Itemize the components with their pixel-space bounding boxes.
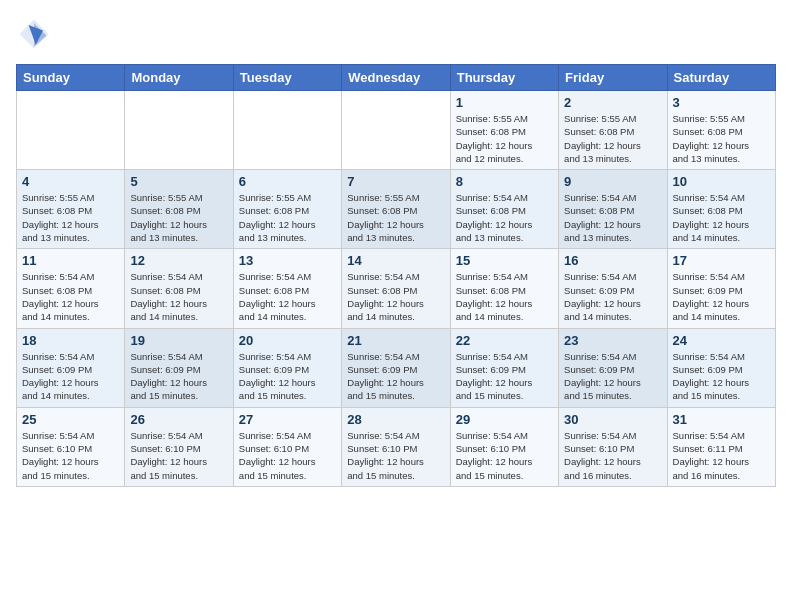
calendar-cell: 18Sunrise: 5:54 AM Sunset: 6:09 PM Dayli… [17,328,125,407]
day-info: Sunrise: 5:54 AM Sunset: 6:08 PM Dayligh… [456,191,553,244]
day-number: 19 [130,333,227,348]
day-info: Sunrise: 5:54 AM Sunset: 6:09 PM Dayligh… [347,350,444,403]
weekday-tuesday: Tuesday [233,65,341,91]
day-number: 10 [673,174,770,189]
calendar-week-2: 4Sunrise: 5:55 AM Sunset: 6:08 PM Daylig… [17,170,776,249]
calendar-cell: 1Sunrise: 5:55 AM Sunset: 6:08 PM Daylig… [450,91,558,170]
calendar-cell: 2Sunrise: 5:55 AM Sunset: 6:08 PM Daylig… [559,91,667,170]
day-number: 3 [673,95,770,110]
day-number: 26 [130,412,227,427]
day-info: Sunrise: 5:54 AM Sunset: 6:09 PM Dayligh… [564,270,661,323]
day-info: Sunrise: 5:54 AM Sunset: 6:10 PM Dayligh… [564,429,661,482]
calendar-cell: 6Sunrise: 5:55 AM Sunset: 6:08 PM Daylig… [233,170,341,249]
calendar-cell: 16Sunrise: 5:54 AM Sunset: 6:09 PM Dayli… [559,249,667,328]
weekday-wednesday: Wednesday [342,65,450,91]
day-info: Sunrise: 5:55 AM Sunset: 6:08 PM Dayligh… [456,112,553,165]
day-number: 14 [347,253,444,268]
day-number: 4 [22,174,119,189]
calendar-cell [17,91,125,170]
day-info: Sunrise: 5:54 AM Sunset: 6:09 PM Dayligh… [673,270,770,323]
day-number: 18 [22,333,119,348]
day-info: Sunrise: 5:54 AM Sunset: 6:10 PM Dayligh… [239,429,336,482]
day-info: Sunrise: 5:54 AM Sunset: 6:10 PM Dayligh… [456,429,553,482]
day-number: 16 [564,253,661,268]
calendar-cell: 14Sunrise: 5:54 AM Sunset: 6:08 PM Dayli… [342,249,450,328]
day-info: Sunrise: 5:54 AM Sunset: 6:10 PM Dayligh… [22,429,119,482]
day-number: 12 [130,253,227,268]
day-info: Sunrise: 5:55 AM Sunset: 6:08 PM Dayligh… [673,112,770,165]
day-number: 22 [456,333,553,348]
calendar-cell: 31Sunrise: 5:54 AM Sunset: 6:11 PM Dayli… [667,407,775,486]
calendar-cell [342,91,450,170]
weekday-thursday: Thursday [450,65,558,91]
day-number: 30 [564,412,661,427]
logo-icon [16,16,52,52]
day-number: 24 [673,333,770,348]
day-info: Sunrise: 5:55 AM Sunset: 6:08 PM Dayligh… [347,191,444,244]
day-number: 31 [673,412,770,427]
day-number: 2 [564,95,661,110]
day-number: 7 [347,174,444,189]
calendar-cell: 10Sunrise: 5:54 AM Sunset: 6:08 PM Dayli… [667,170,775,249]
calendar-cell: 22Sunrise: 5:54 AM Sunset: 6:09 PM Dayli… [450,328,558,407]
day-number: 9 [564,174,661,189]
day-info: Sunrise: 5:54 AM Sunset: 6:10 PM Dayligh… [347,429,444,482]
weekday-header-row: SundayMondayTuesdayWednesdayThursdayFrid… [17,65,776,91]
weekday-monday: Monday [125,65,233,91]
day-number: 8 [456,174,553,189]
calendar-cell: 13Sunrise: 5:54 AM Sunset: 6:08 PM Dayli… [233,249,341,328]
calendar-cell: 8Sunrise: 5:54 AM Sunset: 6:08 PM Daylig… [450,170,558,249]
day-number: 25 [22,412,119,427]
calendar-week-5: 25Sunrise: 5:54 AM Sunset: 6:10 PM Dayli… [17,407,776,486]
day-number: 23 [564,333,661,348]
calendar-cell: 28Sunrise: 5:54 AM Sunset: 6:10 PM Dayli… [342,407,450,486]
day-info: Sunrise: 5:54 AM Sunset: 6:08 PM Dayligh… [673,191,770,244]
day-number: 27 [239,412,336,427]
weekday-friday: Friday [559,65,667,91]
day-info: Sunrise: 5:54 AM Sunset: 6:10 PM Dayligh… [130,429,227,482]
calendar-cell: 29Sunrise: 5:54 AM Sunset: 6:10 PM Dayli… [450,407,558,486]
day-info: Sunrise: 5:54 AM Sunset: 6:11 PM Dayligh… [673,429,770,482]
day-number: 21 [347,333,444,348]
calendar-cell [125,91,233,170]
calendar-cell: 25Sunrise: 5:54 AM Sunset: 6:10 PM Dayli… [17,407,125,486]
calendar-week-1: 1Sunrise: 5:55 AM Sunset: 6:08 PM Daylig… [17,91,776,170]
day-number: 29 [456,412,553,427]
page-header [16,16,776,52]
day-number: 20 [239,333,336,348]
calendar-cell: 30Sunrise: 5:54 AM Sunset: 6:10 PM Dayli… [559,407,667,486]
calendar-cell: 27Sunrise: 5:54 AM Sunset: 6:10 PM Dayli… [233,407,341,486]
day-number: 15 [456,253,553,268]
day-info: Sunrise: 5:54 AM Sunset: 6:09 PM Dayligh… [239,350,336,403]
day-number: 17 [673,253,770,268]
day-info: Sunrise: 5:54 AM Sunset: 6:09 PM Dayligh… [673,350,770,403]
day-number: 6 [239,174,336,189]
calendar-week-4: 18Sunrise: 5:54 AM Sunset: 6:09 PM Dayli… [17,328,776,407]
weekday-saturday: Saturday [667,65,775,91]
day-number: 5 [130,174,227,189]
calendar-cell: 3Sunrise: 5:55 AM Sunset: 6:08 PM Daylig… [667,91,775,170]
day-info: Sunrise: 5:55 AM Sunset: 6:08 PM Dayligh… [239,191,336,244]
day-info: Sunrise: 5:54 AM Sunset: 6:08 PM Dayligh… [130,270,227,323]
calendar: SundayMondayTuesdayWednesdayThursdayFrid… [16,64,776,487]
day-info: Sunrise: 5:54 AM Sunset: 6:08 PM Dayligh… [456,270,553,323]
calendar-cell: 11Sunrise: 5:54 AM Sunset: 6:08 PM Dayli… [17,249,125,328]
weekday-sunday: Sunday [17,65,125,91]
calendar-cell [233,91,341,170]
day-number: 28 [347,412,444,427]
calendar-cell: 20Sunrise: 5:54 AM Sunset: 6:09 PM Dayli… [233,328,341,407]
calendar-cell: 9Sunrise: 5:54 AM Sunset: 6:08 PM Daylig… [559,170,667,249]
calendar-cell: 5Sunrise: 5:55 AM Sunset: 6:08 PM Daylig… [125,170,233,249]
calendar-cell: 15Sunrise: 5:54 AM Sunset: 6:08 PM Dayli… [450,249,558,328]
day-info: Sunrise: 5:54 AM Sunset: 6:09 PM Dayligh… [456,350,553,403]
day-info: Sunrise: 5:55 AM Sunset: 6:08 PM Dayligh… [22,191,119,244]
day-info: Sunrise: 5:54 AM Sunset: 6:09 PM Dayligh… [22,350,119,403]
day-info: Sunrise: 5:54 AM Sunset: 6:09 PM Dayligh… [564,350,661,403]
day-info: Sunrise: 5:54 AM Sunset: 6:08 PM Dayligh… [347,270,444,323]
day-number: 11 [22,253,119,268]
calendar-cell: 7Sunrise: 5:55 AM Sunset: 6:08 PM Daylig… [342,170,450,249]
calendar-cell: 23Sunrise: 5:54 AM Sunset: 6:09 PM Dayli… [559,328,667,407]
calendar-cell: 12Sunrise: 5:54 AM Sunset: 6:08 PM Dayli… [125,249,233,328]
day-number: 1 [456,95,553,110]
logo [16,16,58,52]
